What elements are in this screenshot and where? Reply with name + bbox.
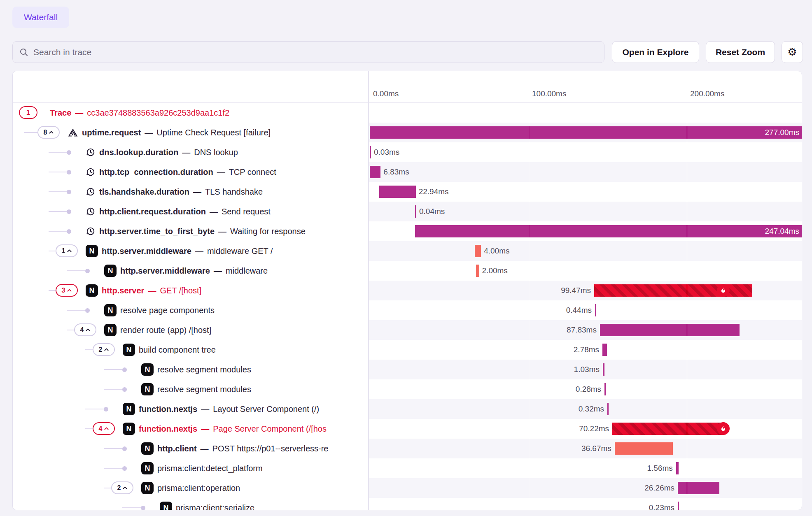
span-row[interactable]: http.client.request.duration—Send reques… <box>13 202 368 221</box>
span-row[interactable]: http.tcp_connection.duration—TCP connect <box>13 162 368 182</box>
span-bar[interactable] <box>600 324 740 336</box>
span-bar[interactable] <box>602 344 607 356</box>
span-bar[interactable]: 277.00ms <box>370 126 802 139</box>
span-bar[interactable] <box>678 482 719 494</box>
waterfall-row[interactable]: 2.00ms <box>368 261 802 281</box>
waterfall-row[interactable]: 36.67ms <box>368 439 802 458</box>
span-row[interactable]: 4Nfunction.nextjs—Page Server Component … <box>13 419 368 439</box>
span-name: render route (app) /[host] <box>120 325 211 335</box>
tree-connector <box>85 409 104 409</box>
span-description: Layout Server Component (/) <box>213 404 319 414</box>
span-row[interactable]: tls.handshake.duration—TLS handshake <box>13 182 368 202</box>
waterfall-row[interactable]: 26.26ms <box>368 478 802 498</box>
search-input[interactable] <box>33 47 597 58</box>
duration-label: 6.83ms <box>383 162 409 182</box>
settings-button[interactable]: ⚙ <box>782 41 803 63</box>
span-row[interactable]: http.server.time_to_first_byte—Waiting f… <box>13 221 368 241</box>
tree-header <box>13 71 368 103</box>
duration-label: 22.94ms <box>419 182 449 202</box>
waterfall-row[interactable]: 0.28ms <box>368 379 802 399</box>
collapse-pill[interactable]: 2 <box>93 343 115 356</box>
span-row[interactable]: 1Trace—cc3ae3748883563a926c253d9aa1c1f2 <box>13 103 368 123</box>
waterfall-row[interactable]: 0.44ms <box>368 300 802 320</box>
span-name: function.nextjs <box>139 404 197 414</box>
waterfall-row[interactable]: 87.83ms <box>368 320 802 340</box>
span-bar[interactable]: 247.04ms <box>415 225 802 237</box>
span-row[interactable]: 8uptime.request—Uptime Check Request [fa… <box>13 123 368 142</box>
collapse-pill[interactable]: 2 <box>111 481 133 494</box>
collapse-pill[interactable]: 3 <box>56 284 78 297</box>
span-row[interactable]: Nresolve segment modules <box>13 360 368 379</box>
search-box[interactable] <box>12 41 604 63</box>
span-row[interactable]: 2Nbuild component tree <box>13 340 368 360</box>
span-name: resolve page components <box>120 306 215 315</box>
span-bar[interactable] <box>615 442 673 455</box>
collapse-pill[interactable]: 8 <box>37 126 60 139</box>
waterfall-row[interactable]: 0.04ms <box>368 202 802 221</box>
waterfall-row[interactable]: 2.78ms <box>368 340 802 360</box>
span-bullet <box>67 209 71 214</box>
waterfall-row[interactable]: 0.03ms <box>368 142 802 162</box>
span-row[interactable]: Nfunction.nextjs—Layout Server Component… <box>13 399 368 419</box>
span-bar[interactable] <box>603 363 604 376</box>
span-row[interactable]: 1Nhttp.server.middleware—middleware GET … <box>13 241 368 261</box>
span-name: prisma:client:operation <box>157 483 240 493</box>
fire-icon <box>717 284 730 297</box>
span-row[interactable]: Nhttp.server.middleware—middleware <box>13 261 368 281</box>
duration-label: 1.56ms <box>647 458 673 478</box>
span-name: http.server.middleware <box>102 246 191 256</box>
collapse-pill[interactable]: 1 <box>56 244 78 257</box>
span-bar[interactable] <box>594 284 752 297</box>
waterfall-row[interactable]: 22.94ms <box>368 182 802 202</box>
span-description: POST https://p01--serverless-re <box>212 444 329 453</box>
span-bar[interactable] <box>475 245 481 257</box>
waterfall-row[interactable]: 1.03ms <box>368 360 802 379</box>
waterfall-row[interactable]: 247.04ms <box>368 221 802 241</box>
tab-waterfall[interactable]: Waterfall <box>12 7 69 28</box>
span-bar[interactable] <box>604 383 606 395</box>
trace-waterfall-page: { "tab": { "label": "Waterfall" }, "tool… <box>0 0 812 516</box>
tree-connector <box>85 428 93 429</box>
waterfall-row[interactable]: 0.23ms <box>368 498 802 510</box>
span-description: Uptime Check Request [failure] <box>156 128 271 137</box>
span-bar[interactable] <box>612 423 724 435</box>
span-bar[interactable] <box>415 205 416 218</box>
span-row[interactable]: 2Nprisma:client:operation <box>13 478 368 498</box>
span-bar[interactable] <box>370 146 371 158</box>
waterfall-row[interactable]: 4.00ms <box>368 241 802 261</box>
span-row[interactable]: 4Nrender route (app) /[host] <box>13 320 368 340</box>
reset-zoom-button[interactable]: Reset Zoom <box>706 41 775 63</box>
collapse-pill[interactable]: 4 <box>93 422 115 435</box>
span-name: build component tree <box>139 345 216 355</box>
span-row[interactable]: Nprisma:client:detect_platform <box>13 458 368 478</box>
waterfall-row[interactable]: 99.47ms <box>368 281 802 300</box>
panel-divider[interactable] <box>368 71 369 510</box>
span-row[interactable]: dns.lookup.duration—DNS lookup <box>13 142 368 162</box>
span-row[interactable]: 3Nhttp.server—GET /[host] <box>13 281 368 300</box>
waterfall-row[interactable]: 1.56ms <box>368 458 802 478</box>
span-row[interactable]: Nresolve segment modules <box>13 379 368 399</box>
waterfall-row[interactable]: 0.32ms <box>368 399 802 419</box>
span-row[interactable]: Nresolve page components <box>13 300 368 320</box>
collapse-pill[interactable]: 4 <box>74 323 96 336</box>
span-row[interactable]: Nprisma:client:serialize <box>13 498 368 510</box>
span-bar[interactable] <box>676 462 679 474</box>
span-description: Send request <box>222 207 271 216</box>
waterfall-row[interactable]: 6.83ms <box>368 162 802 182</box>
span-bar[interactable] <box>678 502 679 510</box>
span-row[interactable]: Nhttp.client—POST https://p01--serverles… <box>13 439 368 458</box>
open-in-explore-button[interactable]: Open in Explore <box>612 41 699 63</box>
tree-connector <box>67 310 85 311</box>
span-bar[interactable] <box>379 186 416 198</box>
waterfall-row[interactable] <box>368 103 802 123</box>
span-bar[interactable] <box>370 166 380 178</box>
tree-connector <box>104 468 122 469</box>
span-bar[interactable] <box>476 265 479 277</box>
duration-label: 26.26ms <box>644 478 674 498</box>
span-bar[interactable] <box>607 403 609 415</box>
waterfall-row[interactable]: 277.00ms <box>368 123 802 142</box>
waterfall-row[interactable]: 70.22ms <box>368 419 802 439</box>
span-bar[interactable] <box>595 304 596 316</box>
collapse-pill[interactable]: 1 <box>19 106 37 119</box>
tree-connector <box>49 191 67 192</box>
